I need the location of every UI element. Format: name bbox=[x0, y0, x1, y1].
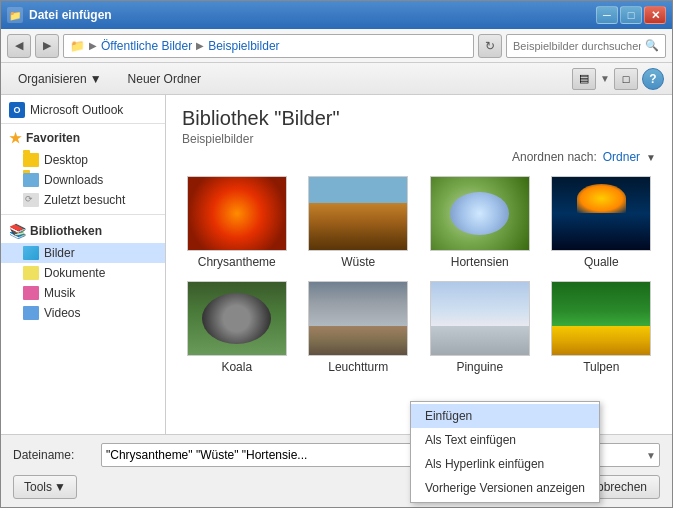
sidebar-item-dokumente[interactable]: Dokumente bbox=[1, 263, 165, 283]
window-icon: 📁 bbox=[7, 7, 23, 23]
thumb-wuste bbox=[308, 176, 408, 251]
layout-button[interactable]: □ bbox=[614, 68, 638, 90]
title-bar-buttons: ─ □ ✕ bbox=[596, 6, 666, 24]
back-button[interactable]: ◀ bbox=[7, 34, 31, 58]
musik-icon bbox=[23, 286, 39, 300]
toolbar-right: ▤ ▼ □ ? bbox=[572, 68, 664, 90]
dropdown-item-vorherige[interactable]: Vorherige Versionen anzeigen bbox=[411, 476, 599, 500]
window-title: Datei einfügen bbox=[29, 8, 596, 22]
minimize-button[interactable]: ─ bbox=[596, 6, 618, 24]
breadcrumb-part1[interactable]: Öffentliche Bilder bbox=[101, 39, 192, 53]
file-area: Bibliothek "Bilder" Beispielbilder Anord… bbox=[166, 95, 672, 434]
new-folder-label: Neuer Ordner bbox=[128, 72, 201, 86]
outlook-icon: O bbox=[9, 102, 25, 118]
sidebar-libraries-header[interactable]: 📚 Bibliotheken bbox=[1, 219, 165, 243]
bottom-bar: Dateiname: Alle Dateien ▼ Tools ▼ Einfüg… bbox=[1, 434, 672, 507]
refresh-button[interactable]: ↻ bbox=[478, 34, 502, 58]
view-button[interactable]: ▤ bbox=[572, 68, 596, 90]
wuste-label: Wüste bbox=[341, 255, 375, 269]
videos-label: Videos bbox=[44, 306, 80, 320]
breadcrumb-sep1: ▶ bbox=[89, 40, 97, 51]
outlook-label: Microsoft Outlook bbox=[30, 103, 123, 117]
buttons-row: Tools ▼ Einfügen ▼ Abbrechen Einfügen Al… bbox=[13, 475, 660, 499]
search-input[interactable] bbox=[513, 40, 641, 52]
favorites-star-icon: ★ bbox=[9, 130, 22, 146]
sidebar-favorites-header[interactable]: ★ Favoriten bbox=[1, 126, 165, 150]
libraries-label: Bibliotheken bbox=[30, 224, 102, 238]
sidebar-item-recent[interactable]: ⟳ Zuletzt besucht bbox=[1, 190, 165, 210]
organize-button[interactable]: Organisieren ▼ bbox=[9, 68, 111, 90]
libraries-folder-icon: 📚 bbox=[9, 223, 26, 239]
thumb-pinguine bbox=[430, 281, 530, 356]
image-item-koala[interactable]: Koala bbox=[182, 281, 292, 374]
hortensien-visual bbox=[431, 177, 529, 250]
wuste-visual bbox=[309, 177, 407, 250]
arrange-label: Anordnen nach: bbox=[512, 150, 597, 164]
image-grid: Chrysantheme Wüste Hortensien bbox=[182, 176, 656, 374]
sidebar-item-videos[interactable]: Videos bbox=[1, 303, 165, 323]
sidebar-item-outlook[interactable]: O Microsoft Outlook bbox=[1, 99, 165, 121]
recent-label: Zuletzt besucht bbox=[44, 193, 125, 207]
image-item-tulpen[interactable]: Tulpen bbox=[547, 281, 657, 374]
organize-dropdown-icon: ▼ bbox=[90, 72, 102, 86]
close-button[interactable]: ✕ bbox=[644, 6, 666, 24]
toolbar: Organisieren ▼ Neuer Ordner ▤ ▼ □ ? bbox=[1, 63, 672, 95]
image-item-wuste[interactable]: Wüste bbox=[304, 176, 414, 269]
forward-button[interactable]: ▶ bbox=[35, 34, 59, 58]
favorites-label: Favoriten bbox=[26, 131, 80, 145]
new-folder-button[interactable]: Neuer Ordner bbox=[119, 68, 210, 90]
breadcrumb-icon: 📁 bbox=[70, 39, 85, 53]
bilder-icon bbox=[23, 246, 39, 260]
sidebar-item-downloads[interactable]: Downloads bbox=[1, 170, 165, 190]
sidebar-item-bilder[interactable]: Bilder bbox=[1, 243, 165, 263]
organize-label: Organisieren bbox=[18, 72, 87, 86]
tools-dropdown-icon: ▼ bbox=[54, 480, 66, 494]
search-icon: 🔍 bbox=[645, 39, 659, 52]
search-bar[interactable]: 🔍 bbox=[506, 34, 666, 58]
thumb-koala bbox=[187, 281, 287, 356]
dokumente-label: Dokumente bbox=[44, 266, 105, 280]
image-item-pinguine[interactable]: Pinguine bbox=[425, 281, 535, 374]
tulpen-visual bbox=[552, 282, 650, 355]
thumb-leuchtturm bbox=[308, 281, 408, 356]
tools-button[interactable]: Tools ▼ bbox=[13, 475, 77, 499]
thumb-chrysantheme bbox=[187, 176, 287, 251]
dropdown-item-als-text[interactable]: Als Text einfügen bbox=[411, 428, 599, 452]
hortensien-label: Hortensien bbox=[451, 255, 509, 269]
dropdown-item-als-hyperlink[interactable]: Als Hyperlink einfügen bbox=[411, 452, 599, 476]
thumb-hortensien bbox=[430, 176, 530, 251]
musik-label: Musik bbox=[44, 286, 75, 300]
arrange-bar: Anordnen nach: Ordner ▼ bbox=[182, 150, 656, 164]
help-button[interactable]: ? bbox=[642, 68, 664, 90]
dropdown-item-einfugen[interactable]: Einfügen bbox=[411, 404, 599, 428]
qualle-visual bbox=[552, 177, 650, 250]
koala-label: Koala bbox=[221, 360, 252, 374]
sidebar-item-musik[interactable]: Musik bbox=[1, 283, 165, 303]
main-content: O Microsoft Outlook ★ Favoriten Desktop … bbox=[1, 95, 672, 434]
library-title: Bibliothek "Bilder" bbox=[182, 107, 656, 130]
downloads-label: Downloads bbox=[44, 173, 103, 187]
downloads-folder-icon bbox=[23, 173, 39, 187]
leuchtturm-visual bbox=[309, 282, 407, 355]
title-bar: 📁 Datei einfügen ─ □ ✕ bbox=[1, 1, 672, 29]
image-item-hortensien[interactable]: Hortensien bbox=[425, 176, 535, 269]
view-dropdown-icon: ▼ bbox=[600, 73, 610, 84]
image-item-leuchtturm[interactable]: Leuchtturm bbox=[304, 281, 414, 374]
breadcrumb: 📁 ▶ Öffentliche Bilder ▶ Beispielbilder bbox=[63, 34, 474, 58]
koala-visual bbox=[188, 282, 286, 355]
bilder-label: Bilder bbox=[44, 246, 75, 260]
arrange-value[interactable]: Ordner bbox=[603, 150, 640, 164]
image-item-qualle[interactable]: Qualle bbox=[547, 176, 657, 269]
library-subtitle: Beispielbilder bbox=[182, 132, 656, 146]
maximize-button[interactable]: □ bbox=[620, 6, 642, 24]
window: 📁 Datei einfügen ─ □ ✕ ◀ ▶ 📁 ▶ Öffentlic… bbox=[0, 0, 673, 508]
qualle-label: Qualle bbox=[584, 255, 619, 269]
dokumente-icon bbox=[23, 266, 39, 280]
image-item-chrysantheme[interactable]: Chrysantheme bbox=[182, 176, 292, 269]
address-bar: ◀ ▶ 📁 ▶ Öffentliche Bilder ▶ Beispielbil… bbox=[1, 29, 672, 63]
sidebar-item-desktop[interactable]: Desktop bbox=[1, 150, 165, 170]
library-header: Bibliothek "Bilder" Beispielbilder bbox=[182, 107, 656, 146]
breadcrumb-part2[interactable]: Beispielbilder bbox=[208, 39, 279, 53]
videos-icon bbox=[23, 306, 39, 320]
tools-label: Tools bbox=[24, 480, 52, 494]
